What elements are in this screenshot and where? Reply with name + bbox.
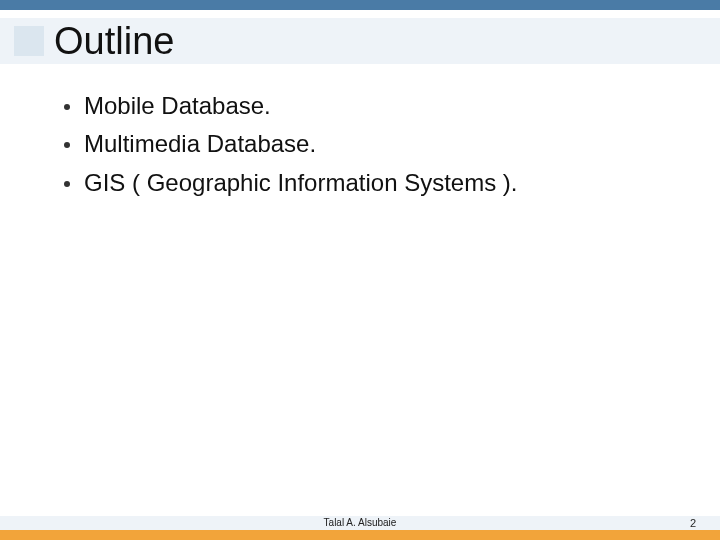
list-item: GIS ( Geographic Information Systems ). [64, 167, 680, 199]
footer-lower-bar [0, 530, 720, 540]
list-item: Mobile Database. [64, 90, 680, 122]
footer: Talal A. Alsubaie 2 [0, 516, 720, 540]
bullet-icon [64, 142, 70, 148]
bullet-icon [64, 104, 70, 110]
bullet-text: Multimedia Database. [84, 128, 316, 160]
list-item: Multimedia Database. [64, 128, 680, 160]
slide: Outline Mobile Database. Multimedia Data… [0, 0, 720, 540]
title-band: Outline [0, 18, 720, 64]
title-chip-icon [14, 26, 44, 56]
content-area: Mobile Database. Multimedia Database. GI… [64, 90, 680, 205]
bullet-text: Mobile Database. [84, 90, 271, 122]
bullet-icon [64, 181, 70, 187]
footer-page-number: 2 [690, 516, 696, 530]
bullet-text: GIS ( Geographic Information Systems ). [84, 167, 518, 199]
footer-author: Talal A. Alsubaie [0, 516, 720, 530]
top-accent-bar [0, 0, 720, 10]
slide-title: Outline [54, 20, 174, 63]
